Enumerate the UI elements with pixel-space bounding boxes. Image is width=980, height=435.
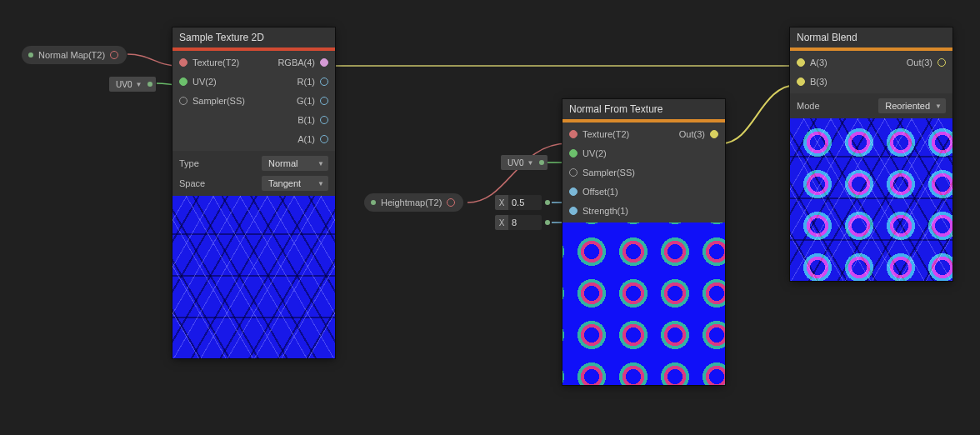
prop-mode-label: Mode [797,101,820,111]
port-in-a[interactable]: A(3) [790,56,872,69]
strength-input[interactable] [508,215,542,230]
port-in-sampler[interactable]: Sampler(SS) [172,94,254,108]
pill-in-dot [371,200,376,205]
pill-in-dot [28,52,33,58]
port-in-offset[interactable]: Offset(1) [562,185,644,198]
node-preview [172,196,335,358]
port-dot[interactable] [179,78,188,86]
node-properties: Mode Reoriented ▼ [790,93,952,118]
chevron-down-icon: ▼ [527,159,533,167]
offset-out-port[interactable] [545,200,550,205]
port-label: Sampler(SS) [582,168,635,178]
offset-field[interactable]: X [495,195,550,210]
port-label: UV(2) [192,77,217,87]
port-dot[interactable] [569,188,578,196]
port-in-b[interactable]: B(3) [790,75,872,88]
port-out-g[interactable]: G(1) [290,94,335,108]
prop-type-label: Type [179,158,199,168]
prop-space-label: Space [179,178,205,188]
port-label: Strength(1) [582,206,628,216]
uv-chip-out-port[interactable] [148,82,152,87]
port-out-a[interactable]: A(1) [291,132,335,146]
uv-chip-nft[interactable]: UV0 ▼ [501,155,548,170]
port-label: Out(3) [679,129,705,139]
node-sample-texture-2d[interactable]: Sample Texture 2D Texture(T2) UV(2) Samp… [172,28,335,358]
port-label: UV(2) [582,148,607,158]
port-label: RGBA(4) [278,58,315,68]
port-in-texture[interactable]: Texture(T2) [172,56,254,69]
port-label: G(1) [297,96,315,106]
port-dot[interactable] [569,207,578,215]
uv-chip-label: UV0 [116,80,132,89]
port-dot[interactable] [710,130,718,138]
port-label: Texture(T2) [192,58,239,68]
strength-out-port[interactable] [545,220,550,225]
port-dot[interactable] [320,78,328,86]
chevron-down-icon: ▼ [135,81,142,88]
port-label: A(3) [810,58,828,68]
pill-out-port[interactable] [447,198,455,207]
node-preview [790,118,952,281]
port-in-uv[interactable]: UV(2) [172,75,254,88]
prop-type-value: Normal [268,158,298,168]
chevron-down-icon: ▼ [318,160,324,168]
port-dot[interactable] [569,168,578,177]
port-label: A(1) [298,134,315,144]
port-dot[interactable] [797,58,805,67]
port-dot[interactable] [569,149,578,158]
uv-chip-out-port[interactable] [539,160,544,165]
port-in-uv[interactable]: UV(2) [562,147,644,160]
port-in-texture[interactable]: Texture(T2) [562,128,644,141]
port-out-r[interactable]: R(1) [291,75,335,88]
port-out-rgba[interactable]: RGBA(4) [271,56,335,69]
offset-x-label: X [495,195,508,210]
node-normal-from-texture[interactable]: Normal From Texture Texture(T2) UV(2) Sa… [562,99,725,385]
port-out-b[interactable]: B(1) [291,113,335,127]
port-dot[interactable] [320,58,328,67]
port-dot[interactable] [179,97,188,105]
pill-label: Normal Map(T2) [38,50,105,60]
port-label: Out(3) [907,58,932,68]
node-properties: Type Normal ▼ Space Tangent ▼ [172,151,335,196]
port-label: B(1) [298,115,315,125]
strength-field[interactable]: X [495,215,550,230]
strength-x-label: X [495,215,508,230]
prop-space-value: Tangent [268,178,301,188]
port-dot[interactable] [179,58,188,67]
port-in-sampler[interactable]: Sampler(SS) [562,166,644,179]
chevron-down-icon: ▼ [318,180,324,188]
port-dot[interactable] [569,130,578,138]
node-title[interactable]: Sample Texture 2D [172,28,335,48]
node-normal-blend[interactable]: Normal Blend A(3) B(3) Out(3) Mode Reori… [790,28,952,281]
port-in-strength[interactable]: Strength(1) [562,204,644,218]
port-label: B(3) [810,77,828,87]
port-dot[interactable] [320,97,328,105]
port-label: Sampler(SS) [192,96,245,106]
port-out-out3[interactable]: Out(3) [672,128,725,141]
chevron-down-icon: ▼ [935,102,942,110]
prop-mode-dropdown[interactable]: Reoriented ▼ [878,98,946,113]
prop-space-dropdown[interactable]: Tangent ▼ [262,176,328,191]
offset-input[interactable] [508,195,542,210]
node-title[interactable]: Normal Blend [790,28,952,48]
uv-chip-label: UV0 [508,158,523,168]
uv-chip-sample[interactable]: UV0 ▼ [109,77,156,92]
port-label: Offset(1) [582,187,618,197]
port-label: R(1) [298,77,315,87]
pill-out-port[interactable] [110,51,118,59]
port-dot[interactable] [320,135,328,143]
port-dot[interactable] [320,116,328,124]
port-label: Texture(T2) [582,129,629,139]
node-preview [562,222,725,385]
node-title[interactable]: Normal From Texture [562,99,725,119]
pill-label: Heightmap(T2) [381,198,442,208]
prop-mode-value: Reoriented [885,101,930,111]
port-dot[interactable] [797,78,805,86]
input-pill-normal-map[interactable]: Normal Map(T2) [22,46,127,64]
prop-type-dropdown[interactable]: Normal ▼ [262,156,328,171]
port-out-out3[interactable]: Out(3) [900,56,952,69]
port-dot[interactable] [938,58,946,67]
input-pill-heightmap[interactable]: Heightmap(T2) [364,193,463,212]
